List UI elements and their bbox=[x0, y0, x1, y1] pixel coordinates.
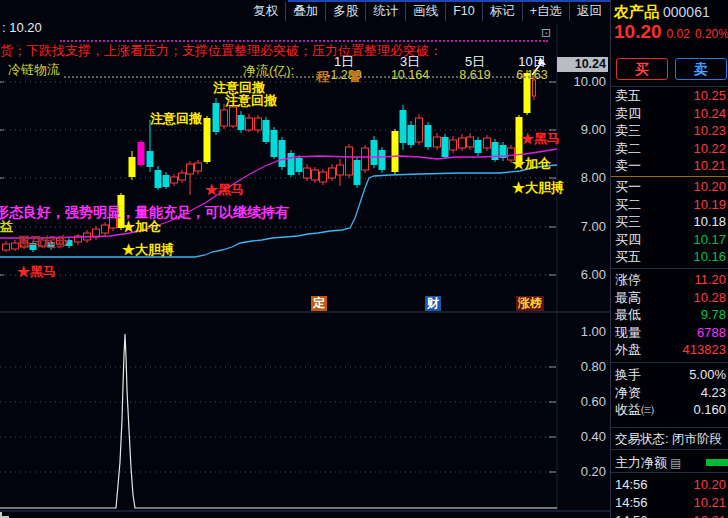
sell-level-row[interactable]: 卖一10.21 bbox=[611, 157, 728, 175]
sell-level-row[interactable]: 卖二10.22 bbox=[611, 140, 728, 158]
chart-annotation: ★大胆搏 bbox=[122, 241, 174, 259]
buy-level-row-value: 10.17 bbox=[693, 231, 726, 249]
buy-level-row-value: 10.20 bbox=[693, 178, 726, 196]
divider-badge-定[interactable]: 定 bbox=[311, 296, 327, 311]
sell-button[interactable]: 卖 bbox=[675, 58, 727, 80]
stock-name: 农产品 bbox=[614, 3, 659, 20]
divider-badge-财[interactable]: 财 bbox=[425, 296, 441, 311]
candle bbox=[459, 138, 466, 148]
stat-row: 现量6788 bbox=[611, 324, 728, 342]
stat-row-label: 最低 bbox=[615, 306, 641, 324]
sub-indicator-spike bbox=[0, 334, 557, 508]
buy-level-row[interactable]: 买四10.17 bbox=[611, 231, 728, 249]
candle bbox=[408, 125, 415, 145]
buy-level-row-value: 10.18 bbox=[693, 213, 726, 231]
candle bbox=[263, 120, 270, 142]
netflow-tab-label[interactable]: 3日 bbox=[378, 55, 442, 68]
sell-level-row[interactable]: 卖三10.23 bbox=[611, 122, 728, 140]
candle bbox=[434, 137, 441, 147]
sell-level-row-value: 10.22 bbox=[693, 140, 726, 158]
candle bbox=[320, 172, 327, 182]
sell-level-row-value: 10.23 bbox=[693, 122, 726, 140]
chart-annotation: 益 bbox=[0, 218, 13, 236]
candle bbox=[354, 160, 361, 185]
stock-code: 000061 bbox=[663, 4, 710, 20]
candle bbox=[279, 140, 286, 167]
stat-row-label: 外盘 bbox=[615, 341, 641, 359]
candle bbox=[147, 151, 154, 167]
candle bbox=[238, 115, 245, 130]
ratio-row-label: 换手 bbox=[615, 366, 641, 384]
sell-level-row[interactable]: 卖五10.25 bbox=[611, 87, 728, 105]
candle bbox=[450, 140, 457, 150]
stat-row-label: 现量 bbox=[615, 324, 641, 342]
main-net-row[interactable]: 主力净额▤ bbox=[615, 454, 681, 472]
buy-level-row[interactable]: 买一10.20 bbox=[611, 178, 728, 196]
buy-button[interactable]: 买 bbox=[616, 58, 668, 80]
sell-level-row-value: 10.24 bbox=[693, 105, 726, 123]
stat-row: 最低9.78 bbox=[611, 306, 728, 324]
netflow-tab-label[interactable]: 1日 bbox=[312, 55, 376, 68]
netflow-tab-value: 8.619 bbox=[443, 68, 507, 81]
transaction-time: 14:56 bbox=[615, 476, 648, 494]
netflow-tab-label[interactable]: 10日 bbox=[500, 55, 564, 68]
sell-levels: 卖五10.25卖四10.24卖三10.23卖二10.22卖一10.21 bbox=[611, 87, 728, 175]
transaction-price: 10.21 bbox=[693, 494, 726, 512]
buy-level-row[interactable]: 买五10.16 bbox=[611, 248, 728, 266]
main-net-green-bar bbox=[706, 459, 728, 466]
buy-level-row-label: 买五 bbox=[615, 248, 641, 266]
netflow-tab-5日: 5日8.619 bbox=[443, 55, 507, 81]
ratio-row-label: 收益㈢ bbox=[615, 401, 654, 419]
candle bbox=[379, 150, 386, 170]
axis-label: 10.00 bbox=[548, 74, 606, 89]
candle bbox=[467, 137, 474, 147]
netflow-tab-label[interactable]: 5日 bbox=[443, 55, 507, 68]
buy-level-row[interactable]: 买二10.19 bbox=[611, 196, 728, 214]
last-price-label: : 10.20 bbox=[2, 20, 42, 35]
candle bbox=[3, 244, 10, 250]
netflow-tab-3日: 3日10.164 bbox=[378, 55, 442, 81]
candle bbox=[400, 110, 407, 143]
buy-level-row-label: 买一 bbox=[615, 178, 641, 196]
candle bbox=[221, 110, 228, 126]
candle bbox=[213, 103, 220, 132]
candle bbox=[371, 140, 378, 165]
trade-status: 交易状态: 闭市阶段 bbox=[615, 431, 722, 448]
transaction-row: 14:5610.20 bbox=[611, 476, 728, 494]
divider-badge-涨榜[interactable]: 涨榜 bbox=[516, 296, 544, 311]
candle bbox=[204, 118, 211, 162]
ratio-row-value: 4.23 bbox=[701, 384, 726, 402]
sell-level-row[interactable]: 卖四10.24 bbox=[611, 105, 728, 123]
candle bbox=[195, 163, 202, 171]
order-buttons: 买 卖 bbox=[616, 58, 727, 80]
last-price: 10.20 bbox=[614, 21, 662, 42]
chart-corner-icon[interactable]: ⊡ bbox=[541, 26, 551, 40]
main-net-label: 主力净额 bbox=[615, 455, 667, 470]
candle bbox=[255, 118, 262, 130]
chart-annotation: ★加仓 bbox=[512, 155, 551, 173]
candle bbox=[246, 118, 253, 130]
corner-resize-mark bbox=[0, 512, 9, 518]
sell-level-row-label: 卖五 bbox=[615, 87, 641, 105]
buy-level-row[interactable]: 买三10.18 bbox=[611, 213, 728, 231]
candle bbox=[484, 138, 491, 148]
axis-cursor-price: 10.24 bbox=[557, 57, 608, 72]
candle bbox=[362, 148, 369, 170]
sell-level-row-value: 10.25 bbox=[693, 87, 726, 105]
stats-rows: 涨停11.20最高10.28最低9.78现量6788外盘413823 bbox=[611, 271, 728, 359]
axis-label: 8.00 bbox=[548, 170, 606, 185]
candle bbox=[346, 147, 353, 175]
transaction-row: 14:5610.21 bbox=[611, 512, 728, 518]
stat-row-value: 10.28 bbox=[693, 289, 726, 307]
overlay-flag-text: 程 警 bbox=[316, 68, 362, 86]
buy-level-row-label: 买四 bbox=[615, 231, 641, 249]
candle bbox=[187, 164, 194, 174]
candle bbox=[163, 175, 170, 187]
ratio-row: 换手5.00% bbox=[611, 366, 728, 384]
candle bbox=[271, 130, 278, 157]
transaction-list: 14:5610.2014:5610.2114:5610.21 bbox=[611, 476, 728, 518]
separator bbox=[611, 362, 728, 363]
separator bbox=[611, 449, 728, 450]
ratio-row: 收益㈢0.160 bbox=[611, 401, 728, 419]
price-row: 10.200.020.20% bbox=[614, 21, 728, 43]
